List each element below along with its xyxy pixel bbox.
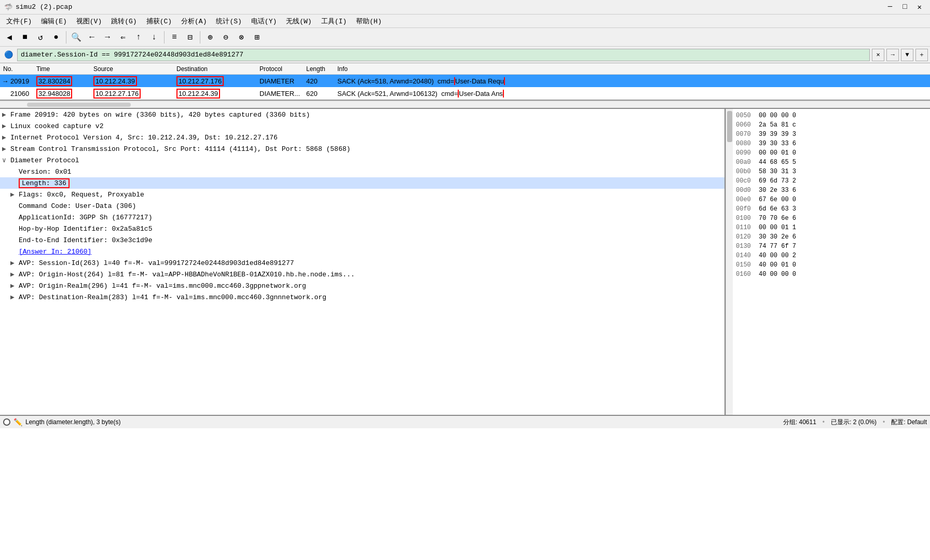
toolbar-stop-button[interactable]: ■ — [18, 30, 32, 45]
detail-row-avp-origin-host[interactable]: ▶ AVP: Origin-Host(264) l=81 f=-M- val=A… — [0, 269, 724, 280]
row-no-2: 21060 — [10, 90, 36, 97]
detail-text-version: Version: 0x01 — [19, 168, 722, 176]
detail-row-sctp[interactable]: ▶ Stream Control Transmission Protocol, … — [0, 143, 724, 155]
filter-dropdown-button[interactable]: ▼ — [901, 49, 913, 61]
col-header-time: Time — [36, 65, 93, 73]
col-header-destination: Destination — [176, 65, 259, 73]
row-info-1: SACK (Ack=518, Arwnd=20480) cmd=User-Dat… — [337, 77, 930, 85]
detail-text-e2e: End-to-End Identifier: 0x3e3c1d9e — [19, 236, 722, 244]
menu-capture[interactable]: 捕获(C) — [142, 16, 176, 27]
filter-clear-button[interactable]: ✕ — [872, 49, 884, 61]
horizontal-scrollbar[interactable] — [0, 101, 930, 108]
toolbar-zoom-in-button[interactable]: ⊕ — [203, 30, 217, 45]
toolbar-goto-button[interactable]: ⇐ — [116, 30, 130, 45]
menu-wireless[interactable]: 无线(W) — [282, 16, 316, 27]
minimize-button[interactable]: ─ — [884, 2, 896, 12]
toolbar-options-button[interactable]: ● — [49, 30, 63, 45]
status-right: 分组: 40611 • 已显示: 2 (0.0%) • 配置: Default — [783, 418, 927, 427]
detail-expand-icon[interactable]: ▶ — [2, 133, 10, 142]
toolbar-forward-button[interactable]: → — [100, 30, 115, 45]
toolbar-restart-button[interactable]: ↺ — [33, 30, 48, 45]
detail-expand-icon[interactable]: ▶ — [2, 145, 10, 153]
row-time-box-1: 32.830284 — [36, 76, 72, 86]
detail-row-appid[interactable]: ApplicationId: 3GPP Sh (16777217) — [0, 212, 724, 223]
detail-row-frame[interactable]: ▶ Frame 20919: 420 bytes on wire (3360 b… — [0, 109, 724, 120]
toolbar-back-button[interactable]: ← — [85, 30, 99, 45]
toolbar-collapse-button[interactable]: ⊟ — [183, 30, 197, 45]
menu-help[interactable]: 帮助(H) — [352, 16, 386, 27]
detail-row-avp-session[interactable]: ▶ AVP: Session-Id(263) l=40 f=-M- val=99… — [0, 257, 724, 269]
menu-view[interactable]: 视图(V) — [72, 16, 106, 27]
detail-row-length[interactable]: Length: 336 — [0, 177, 724, 189]
hex-row: 015040 00 01 0 — [736, 260, 927, 270]
detail-text-hop: Hop-by-Hop Identifier: 0x2a5a81c5 — [19, 225, 722, 233]
detail-row-avp-dst-realm[interactable]: ▶ AVP: Destination-Realm(283) l=41 f=-M-… — [0, 291, 724, 303]
detail-text-answer-in[interactable]: [Answer In: 21060] — [19, 248, 722, 256]
row-src-box-2: 10.212.27.176 — [93, 89, 141, 99]
toolbar-zoom-out-button[interactable]: ⊖ — [218, 30, 233, 45]
detail-expand-icon[interactable]: ▶ — [10, 293, 19, 301]
detail-expand-icon[interactable]: ▶ — [10, 270, 19, 278]
menu-edit[interactable]: 编辑(E) — [37, 16, 71, 27]
detail-scrollbar[interactable] — [726, 109, 733, 415]
hex-row: 00f06d 6e 63 3 — [736, 204, 927, 214]
maximize-button[interactable]: □ — [898, 2, 911, 12]
menu-goto[interactable]: 跳转(G) — [107, 16, 141, 27]
toolbar-find-button[interactable]: 🔍 — [69, 30, 84, 45]
row-len-2: 620 — [306, 90, 337, 97]
detail-row-flags[interactable]: ▶ Flags: 0xc0, Request, Proxyable — [0, 189, 724, 200]
detail-expand-icon[interactable]: ▶ — [10, 190, 19, 199]
packet-row[interactable]: 21060 32.948028 10.212.27.176 10.212.24.… — [0, 87, 930, 100]
detail-row-version[interactable]: Version: 0x01 — [0, 166, 724, 177]
detail-text-avp-origin-host: AVP: Origin-Host(264) l=81 f=-M- val=APP… — [19, 271, 722, 278]
hex-row: 014040 00 00 2 — [736, 251, 927, 260]
detail-expand-icon — [10, 202, 19, 210]
hex-row: 00602a 5a 81 c — [736, 120, 927, 130]
packet-row[interactable]: → 20919 32.830284 10.212.24.39 10.212.27… — [0, 75, 930, 87]
hex-row: 012030 30 2e 6 — [736, 232, 927, 242]
row-time-box-2: 32.948028 — [36, 89, 72, 99]
config-text: 配置: Default — [891, 418, 927, 427]
menu-statistics[interactable]: 统计(S) — [212, 16, 245, 27]
filter-apply-button[interactable]: → — [886, 49, 899, 61]
detail-row-e2e[interactable]: End-to-End Identifier: 0x3e3c1d9e — [0, 234, 724, 246]
detail-expand-icon[interactable]: ▶ — [10, 282, 19, 290]
menu-phone[interactable]: 电话(Y) — [247, 16, 281, 27]
toolbar-resize-button[interactable]: ⊞ — [250, 30, 264, 45]
titlebar-controls[interactable]: ─ □ ✕ — [884, 2, 926, 12]
detail-row-diameter[interactable]: ∨ Diameter Protocol — [0, 155, 724, 166]
detail-row-ipv4[interactable]: ▶ Internet Protocol Version 4, Src: 10.2… — [0, 132, 724, 143]
menu-file[interactable]: 文件(F) — [2, 16, 36, 27]
row-info-2: SACK (Ack=521, Arwnd=106132) cmd=User-Da… — [337, 90, 930, 97]
detail-row-command-code[interactable]: Command Code: User-Data (306) — [0, 200, 724, 212]
row-dst-1: 10.212.27.176 — [176, 76, 259, 86]
statusbar: ✏️ Length (diameter.length), 3 byte(s) 分… — [0, 415, 930, 428]
detail-text-command-code: Command Code: User-Data (306) — [19, 202, 722, 210]
detail-expand-icon[interactable]: ▶ — [2, 122, 10, 130]
toolbar-scroll-down-button[interactable]: ↓ — [147, 30, 161, 45]
detail-row-answer-in[interactable]: [Answer In: 21060] — [0, 246, 724, 257]
menu-tools[interactable]: 工具(I) — [317, 16, 351, 27]
detail-row-linux[interactable]: ▶ Linux cooked capture v2 — [0, 120, 724, 132]
detail-expand-icon[interactable]: ∨ — [2, 156, 10, 164]
detail-expand-icon[interactable]: ▶ — [2, 110, 10, 119]
filter-input[interactable] — [17, 49, 870, 61]
col-header-source: Source — [93, 65, 176, 73]
close-button[interactable]: ✕ — [913, 2, 926, 12]
edit-button[interactable]: ✏️ — [13, 418, 22, 426]
menu-analyze[interactable]: 分析(A) — [177, 16, 211, 27]
toolbar-separator-2 — [164, 31, 165, 44]
toolbar-scroll-up-button[interactable]: ↑ — [131, 30, 146, 45]
toolbar-open-button[interactable]: ◀ — [2, 30, 17, 45]
toolbar-zoom-reset-button[interactable]: ⊗ — [234, 30, 249, 45]
toolbar-columns-button[interactable]: ≡ — [167, 30, 182, 45]
detail-expand-icon — [10, 248, 19, 256]
detail-text-avp-dst-realm: AVP: Destination-Realm(283) l=41 f=-M- v… — [19, 293, 722, 301]
hex-row: 011000 00 01 1 — [736, 223, 927, 232]
filter-add-button[interactable]: ＋ — [915, 49, 928, 61]
detail-row-avp-origin-realm[interactable]: ▶ AVP: Origin-Realm(296) l=41 f=-M- val=… — [0, 280, 724, 291]
row-len-1: 420 — [306, 77, 337, 85]
detail-row-hop[interactable]: Hop-by-Hop Identifier: 0x2a5a81c5 — [0, 223, 724, 234]
detail-expand-icon[interactable]: ▶ — [10, 259, 19, 267]
hex-row: 008039 30 33 6 — [736, 139, 927, 148]
